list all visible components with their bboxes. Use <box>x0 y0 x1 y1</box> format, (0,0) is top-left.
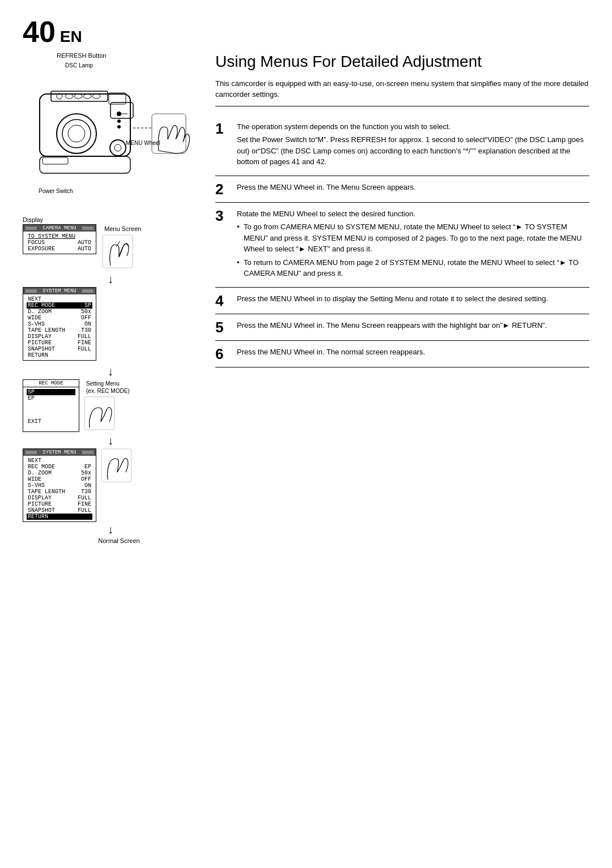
step-1: 1 The operation system depends on the fu… <box>215 116 589 176</box>
step-1-content: The operation system depends on the func… <box>237 121 589 170</box>
step-5: 5 Press the MENU Wheel in. The Menu Scre… <box>215 314 589 341</box>
menu-screens: Display CAMERA MENU TO SYSTEM MENU FOCUS… <box>23 216 198 544</box>
refresh-button-label: REFRESH Button <box>57 52 106 59</box>
step-2-number: 2 <box>215 182 231 196</box>
camcorder-diagram: REFRESH Button <box>23 52 198 211</box>
step-5-content: Press the MENU Wheel in. The Menu Screen… <box>237 320 589 333</box>
step-6-number: 6 <box>215 347 231 361</box>
svg-point-10 <box>68 125 85 142</box>
left-column: REFRESH Button <box>23 52 198 544</box>
step-6: 6 Press the MENU Wheel in. The normal sc… <box>215 341 589 367</box>
return-row: RETURN <box>27 514 92 520</box>
menu-wheel-label: MENU Wheel <box>126 140 160 146</box>
svg-rect-19 <box>42 157 68 164</box>
hand-image-3 <box>101 448 132 482</box>
arrow-1: ↓ <box>23 273 198 286</box>
right-column: Using Menus For Detailed Adjustment This… <box>215 52 589 544</box>
setting-menu-ex: (ex. REC MODE) <box>86 388 130 394</box>
step-5-number: 5 <box>215 320 231 335</box>
normal-screen-label: Normal Screen <box>40 537 198 544</box>
svg-rect-12 <box>40 156 130 173</box>
svg-point-3 <box>65 94 73 99</box>
focus-row: FOCUSAUTO <box>27 240 92 246</box>
step-3-number: 3 <box>215 208 231 223</box>
svg-point-9 <box>62 119 91 148</box>
camera-menu-section: CAMERA MENU TO SYSTEM MENU FOCUSAUTO EXP… <box>23 224 198 268</box>
arrow-4: ↓ <box>23 523 198 536</box>
power-switch-label: Power Switch <box>39 188 73 194</box>
hand-image-1 <box>102 234 133 268</box>
svg-rect-1 <box>51 91 108 101</box>
step-2: 2 Press the MENU Wheel in. The Menu Scre… <box>215 176 589 203</box>
camcorder-svg <box>23 60 198 219</box>
step-6-content: Press the MENU Wheel in. The normal scre… <box>237 347 589 360</box>
svg-rect-25 <box>101 449 131 482</box>
intro-text: This camcorder is equipped with an easy-… <box>215 78 589 106</box>
arrow-3: ↓ <box>23 434 198 447</box>
step-4-content: Press the MENU Wheel in to display the S… <box>237 293 589 307</box>
rec-mode-row-1: REC MODESP <box>27 302 92 309</box>
to-system-menu-row: TO SYSTEM MENU <box>27 233 92 240</box>
step-3: 3 Rotate the MENU Wheel to select the de… <box>215 203 589 288</box>
next-row-1: NEXT <box>27 296 92 302</box>
setting-menu-label: Setting Menu <box>86 380 130 387</box>
system-menu-1-box: SYSTEM MENU NEXT REC MODESP D. ZOOM50x W… <box>23 287 96 361</box>
camera-menu-box: CAMERA MENU TO SYSTEM MENU FOCUSAUTO EXP… <box>23 224 96 254</box>
step-3-bullet-1: To go from CAMERA MENU to SYSTEM MENU, r… <box>237 221 589 255</box>
screen-sequence: REC MODE SP EP EXIT Setting Menu (ex. RE… <box>23 379 198 544</box>
step-3-bullet-2: To return to CAMERA MENU from page 2 of … <box>237 257 589 279</box>
step-2-content: Press the MENU Wheel in. The Menu Screen… <box>237 182 589 195</box>
svg-rect-21 <box>152 114 186 153</box>
svg-point-5 <box>83 94 91 99</box>
step-1-number: 1 <box>215 121 231 136</box>
rec-mode-box: REC MODE SP EP EXIT <box>23 379 79 432</box>
hand-image-2 <box>84 396 115 430</box>
svg-point-6 <box>92 94 100 99</box>
svg-point-4 <box>74 94 82 99</box>
arrow-2: ↓ <box>23 365 198 378</box>
step-4: 4 Press the MENU Wheel in to display the… <box>215 288 589 314</box>
dsc-lamp-label: DSC Lamp <box>65 62 93 69</box>
system-menu-1-section: SYSTEM MENU NEXT REC MODESP D. ZOOM50x W… <box>23 287 198 361</box>
exposure-row: EXPOSUREAUTO <box>27 246 92 252</box>
step-3-content: Rotate the MENU Wheel to select the desi… <box>237 208 589 281</box>
step-4-number: 4 <box>215 293 231 308</box>
svg-point-18 <box>114 144 121 151</box>
system-menu-2-box: SYSTEM MENU NEXT REC MODEEP D. ZOOM50x W… <box>23 448 96 522</box>
svg-rect-0 <box>40 94 130 156</box>
menu-screen-label: Menu Screen <box>104 225 141 232</box>
page-number: 40EN <box>23 17 589 46</box>
svg-point-16 <box>117 125 121 129</box>
rec-mode-section: REC MODE SP EP EXIT Setting Menu (ex. RE… <box>23 379 198 544</box>
svg-point-17 <box>110 140 126 156</box>
section-title: Using Menus For Detailed Adjustment <box>215 52 589 71</box>
svg-point-15 <box>117 119 121 123</box>
